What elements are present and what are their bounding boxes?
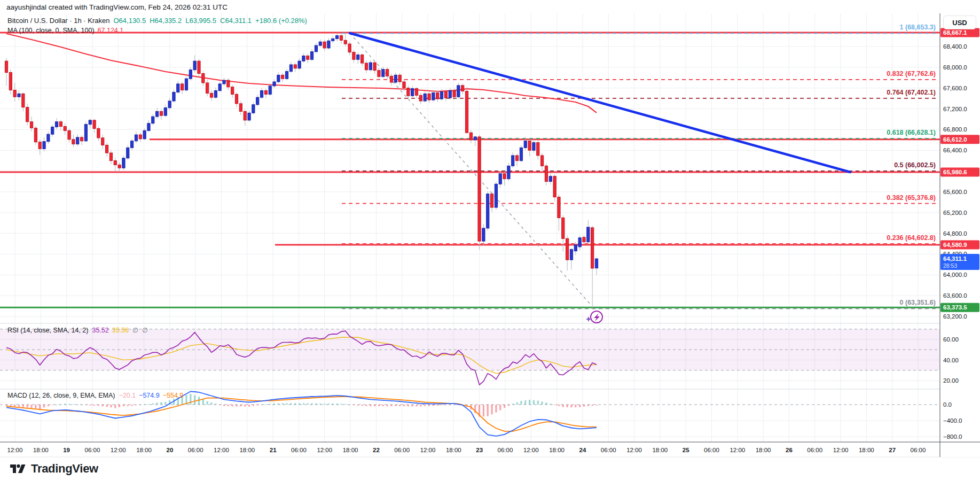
time-axis[interactable]: 12:0018:001906:0012:0018:002006:0012:001… [0, 442, 980, 453]
candle [239, 104, 242, 112]
candle [411, 89, 414, 96]
currency-toggle-button[interactable]: USD [943, 16, 976, 29]
candle [520, 148, 522, 160]
candle [177, 84, 179, 92]
candle [68, 130, 70, 140]
candle [47, 134, 50, 142]
time-tick-label: 12:00 [833, 447, 849, 453]
chart-canvas[interactable]: 1 (68,653.3)0.832 (67,762.6)0.764 (67,40… [0, 0, 980, 488]
candle [373, 63, 376, 71]
attribution-text: aayushjindal created with TradingView.co… [6, 3, 228, 11]
candle [156, 111, 159, 117]
candle [302, 56, 305, 61]
candle [315, 45, 317, 52]
candle [97, 128, 100, 137]
candle [273, 82, 276, 86]
candle [285, 72, 288, 79]
time-tick-label: 18:00 [549, 447, 565, 453]
time-tick-label: 18:00 [446, 447, 461, 453]
axis-tick-label: 68,400.0 [943, 43, 967, 50]
candle [449, 91, 451, 98]
candle [495, 184, 497, 207]
time-tick-label: 12:00 [111, 447, 126, 453]
candle [361, 55, 364, 64]
candle [256, 97, 259, 105]
candle [5, 61, 7, 72]
candle [532, 143, 535, 151]
price-axis[interactable]: 68,400.068,000.067,600.067,200.066,800.0… [940, 13, 980, 457]
candle [365, 63, 367, 70]
candle [562, 218, 565, 238]
time-tick-label: 23 [476, 447, 483, 453]
axis-tick-label: 63,600.0 [943, 292, 967, 299]
ma-value: 67,124.1 [98, 27, 124, 34]
candle [185, 79, 187, 90]
candle [566, 238, 569, 260]
horizontal-lines[interactable] [0, 33, 940, 307]
time-tick-label: 21 [270, 447, 277, 453]
candle [432, 92, 435, 100]
symbol-title[interactable]: Bitcoin / U.S. Dollar · 1h · Kraken [7, 17, 109, 25]
candle [512, 156, 514, 166]
axis-tick-label: 64,800.0 [943, 230, 967, 237]
price-badge-label: 63,373.5 [943, 304, 967, 311]
candle [114, 161, 116, 165]
axis-tick-label: 20.00 [943, 377, 959, 384]
candle [378, 71, 380, 77]
candle [22, 94, 25, 107]
ohlc-low: L63,995.5 [185, 17, 216, 25]
descending-trend-line[interactable] [350, 33, 850, 172]
time-tick-label: 18:00 [859, 447, 874, 453]
ma-legend[interactable]: MA (100, close, 0, SMA, 100)67,124.1 [7, 27, 123, 34]
candle [537, 143, 539, 156]
time-tick-label: 18:00 [136, 447, 152, 453]
price-badge-label: 68,667.1 [943, 29, 967, 36]
axis-tick-label: 63,200.0 [943, 313, 967, 320]
ai-supercharts-icon[interactable] [586, 311, 602, 323]
rsi-empty-1: ∅ [132, 327, 138, 334]
fib-level-label: 0.764 (67,402.1) [887, 89, 936, 96]
tradingview-chart-page: { "header": { "attribution": "aayushjind… [0, 0, 980, 488]
candle [587, 227, 590, 242]
time-tick-label: 18:00 [652, 447, 668, 453]
rsi-legend[interactable]: RSI (14, close, SMA, 14, 2)35.5235.56∅∅ [7, 326, 148, 334]
candle [173, 92, 175, 101]
price-badge-label: 64,311.1 [943, 255, 967, 262]
candle [478, 137, 481, 241]
candle [210, 93, 213, 97]
macd-legend[interactable]: MACD (12, 26, close, 9, EMA, EMA)−20.1−5… [7, 392, 183, 399]
candle [223, 80, 225, 84]
candle [574, 245, 577, 251]
candle [152, 117, 154, 123]
candle [9, 73, 12, 90]
time-tick-label: 06:00 [291, 447, 307, 453]
candle [444, 91, 447, 98]
candle [80, 137, 83, 141]
candle [394, 75, 397, 82]
rsi-empty-2: ∅ [142, 327, 148, 334]
fib-level-label: 0.5 (66,002.5) [894, 161, 936, 169]
ohlc-change: +180.6 (+0.28%) [255, 17, 307, 25]
ohlc-close: C64,311.1 [220, 17, 252, 25]
candle [34, 128, 37, 142]
candle [457, 86, 460, 97]
candle [465, 91, 468, 133]
candle [591, 228, 594, 268]
candle [524, 141, 527, 148]
candle [101, 138, 104, 145]
candle [294, 65, 296, 68]
fib-retracement[interactable]: 1 (68,653.3)0.832 (67,762.6)0.764 (67,40… [342, 24, 937, 308]
candle [38, 142, 41, 149]
time-tick-label: 18:00 [239, 447, 255, 453]
trend-line-group[interactable] [350, 33, 850, 172]
candle [202, 74, 205, 83]
axis-tick-label: −400.0 [943, 417, 962, 424]
candle [214, 91, 217, 98]
candle [499, 174, 501, 184]
time-tick-label: 06:00 [704, 447, 719, 453]
axis-tick-label: 66,800.0 [943, 126, 967, 133]
ma-100-line[interactable] [6, 34, 597, 113]
time-tick-label: 25 [683, 447, 689, 453]
time-tick-label: 12:00 [730, 447, 745, 453]
candle [160, 111, 162, 115]
